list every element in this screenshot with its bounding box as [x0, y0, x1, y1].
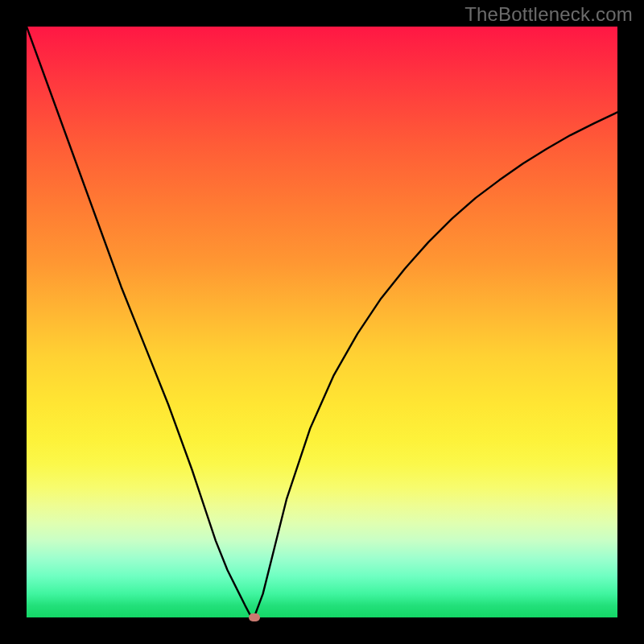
chart-plot-area — [27, 27, 617, 617]
bottleneck-curve — [27, 27, 617, 617]
watermark-text: TheBottleneck.com — [464, 3, 633, 26]
optimal-point-marker — [249, 613, 260, 621]
chart-frame: TheBottleneck.com — [0, 0, 644, 644]
